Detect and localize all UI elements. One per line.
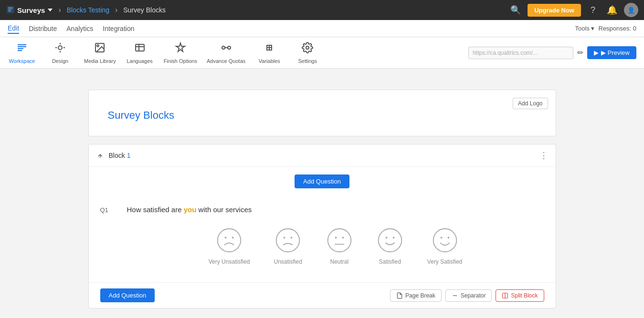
satisfied-label: Satisfied [379, 258, 401, 265]
svg-point-15 [306, 46, 309, 49]
settings-label: Settings [298, 58, 317, 64]
block-header: Block 1 ⋮ [89, 144, 556, 167]
finish-options-label: Finish Options [164, 58, 197, 64]
svg-point-24 [335, 237, 337, 239]
design-icon [54, 42, 66, 56]
breadcrumb-separator: › [58, 6, 61, 14]
toolbar-variables[interactable]: Variables [255, 42, 284, 64]
preview-button[interactable]: ▶ ▶ Preview [587, 46, 636, 59]
design-label: Design [52, 58, 68, 64]
neutral-label: Neutral [330, 258, 349, 265]
block-card: Block 1 ⋮ Add Question Q1 How satisfied … [88, 144, 556, 308]
svg-point-31 [440, 237, 442, 239]
toolbar: Workspace Design Media Library Languages [0, 37, 644, 69]
toolbar-media-library[interactable]: Media Library [84, 42, 116, 64]
block-header-left: Block 1 [96, 152, 131, 159]
separator-button[interactable]: Separator [445, 289, 492, 302]
toolbar-finish-options[interactable]: Finish Options [164, 42, 197, 64]
block-menu-button[interactable]: ⋮ [539, 150, 548, 161]
split-block-button[interactable]: Split Block [496, 289, 544, 302]
top-nav-left: Surveys › Blocks Testing › Survey Blocks [6, 5, 166, 16]
breadcrumb-separator2: › [115, 6, 117, 14]
block-actions: Add Question Page Break Separator Split … [89, 282, 556, 308]
nav-edit[interactable]: Edit [8, 23, 19, 34]
action-buttons-right: Page Break Separator Split Block [390, 289, 544, 302]
secondary-nav: Edit Distribute Analytics Integration To… [0, 20, 644, 37]
svg-point-18 [225, 237, 227, 239]
page-break-button[interactable]: Page Break [390, 289, 442, 302]
nav-integration[interactable]: Integration [103, 24, 134, 33]
preview-label: ▶ Preview [601, 49, 630, 56]
svg-point-21 [284, 237, 285, 239]
block-title: Block 1 [109, 152, 131, 159]
notifications-button[interactable]: 🔔 [605, 3, 619, 17]
svg-point-20 [276, 229, 300, 252]
breadcrumb-survey-blocks: Survey Blocks [123, 6, 166, 14]
add-question-top-button[interactable]: Add Question [295, 174, 349, 188]
responses-count: Responses: 0 [599, 25, 637, 32]
smiley-very-unsatisfied: Very Unsatisfied [209, 227, 250, 265]
svg-rect-8 [136, 44, 144, 51]
svg-point-19 [232, 237, 234, 239]
survey-header-card: Add Logo Survey Blocks [88, 90, 556, 136]
toolbar-right: ✏ ▶ ▶ Preview [468, 46, 636, 59]
toolbar-advance-quotas[interactable]: Advance Quotas [207, 42, 245, 64]
block-collapse-button[interactable] [96, 152, 104, 159]
split-block-label: Split Block [511, 292, 538, 299]
smiley-very-satisfied: Very Satisfied [427, 227, 462, 265]
toolbar-languages[interactable]: Languages [126, 42, 154, 64]
svg-point-23 [328, 229, 351, 252]
breadcrumb-blocks-testing[interactable]: Blocks Testing [67, 6, 109, 14]
svg-point-7 [97, 45, 99, 47]
nav-distribute[interactable]: Distribute [29, 24, 57, 33]
block-content: Add Question Q1 How satisfied are you wi… [89, 167, 556, 282]
languages-icon [134, 42, 146, 56]
unsatisfied-label: Unsatisfied [274, 258, 302, 265]
top-nav-right: 🔍 Upgrade Now ? 🔔 👤 [508, 3, 638, 17]
search-button[interactable]: 🔍 [508, 3, 523, 17]
variables-icon [264, 42, 275, 56]
unsatisfied-face-icon [274, 227, 301, 254]
nav-analytics[interactable]: Analytics [66, 24, 93, 33]
avatar[interactable]: 👤 [624, 3, 638, 17]
workspace-label: Workspace [9, 58, 35, 64]
smiley-neutral: Neutral [326, 227, 353, 265]
advance-quotas-label: Advance Quotas [207, 58, 245, 64]
very-satisfied-label: Very Satisfied [427, 258, 462, 265]
svg-point-32 [447, 237, 449, 239]
satisfied-face-icon [377, 227, 403, 254]
add-logo-button[interactable]: Add Logo [513, 98, 548, 109]
tools-dropdown[interactable]: Tools ▾ [575, 25, 595, 32]
toolbar-settings[interactable]: Settings [293, 42, 322, 64]
surveys-logo [6, 5, 15, 16]
media-library-label: Media Library [84, 58, 116, 64]
surveys-dropdown-caret [48, 9, 53, 11]
upgrade-button[interactable]: Upgrade Now [528, 4, 581, 17]
toolbar-left: Workspace Design Media Library Languages [8, 42, 322, 64]
help-button[interactable]: ? [586, 3, 600, 17]
question-text: How satisfied are you with our services [127, 205, 544, 214]
svg-point-11 [222, 46, 225, 49]
surveys-brand-button[interactable]: Surveys [6, 5, 53, 16]
toolbar-workspace[interactable]: Workspace [8, 42, 36, 64]
page-break-icon [396, 292, 403, 299]
survey-url-input[interactable] [468, 47, 573, 59]
very-unsatisfied-label: Very Unsatisfied [209, 258, 250, 265]
add-question-bottom-button[interactable]: Add Question [100, 288, 155, 302]
question-row: Q1 How satisfied are you with our servic… [100, 198, 544, 273]
separator-icon [452, 292, 458, 299]
svg-point-28 [386, 237, 388, 239]
svg-point-29 [392, 237, 394, 239]
preview-icon: ▶ [594, 49, 599, 56]
svg-point-27 [379, 229, 402, 252]
workspace-icon [16, 42, 28, 56]
edit-url-button[interactable]: ✏ [577, 48, 583, 57]
survey-title: Survey Blocks [108, 109, 537, 122]
svg-point-5 [58, 46, 62, 50]
svg-point-22 [291, 237, 293, 239]
main-content: Add Logo Survey Blocks Block 1 ⋮ [69, 80, 575, 318]
advance-quotas-icon [221, 42, 232, 56]
toolbar-design[interactable]: Design [46, 42, 74, 64]
surveys-label: Surveys [17, 6, 45, 14]
smiley-satisfied: Satisfied [377, 227, 403, 265]
